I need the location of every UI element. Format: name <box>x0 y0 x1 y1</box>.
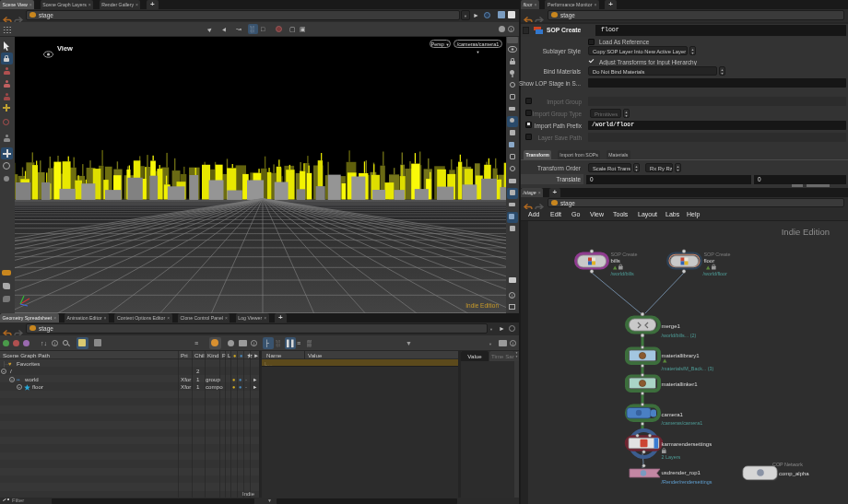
svg-text:/world/floor: /world/floor <box>703 271 728 276</box>
svg-text:bills: bills <box>611 258 620 264</box>
svg-text:merge1: merge1 <box>662 323 681 329</box>
svg-text:SOP Create: SOP Create <box>611 252 638 257</box>
svg-text:materiallinker1: materiallinker1 <box>662 381 699 387</box>
svg-text:floor: floor <box>704 258 715 264</box>
svg-text:/Render/rendersettings: /Render/rendersettings <box>662 479 713 485</box>
svg-text:/cameras/camera1: /cameras/camera1 <box>662 420 703 426</box>
svg-text:SOP Create: SOP Create <box>704 252 731 257</box>
svg-text:usdrender_rop1: usdrender_rop1 <box>662 470 701 475</box>
svg-text:karmarendersettings: karmarendersettings <box>662 441 713 447</box>
svg-text:2 Layers: 2 Layers <box>662 454 681 460</box>
svg-text:Indie Edition: Indie Edition <box>465 302 499 309</box>
svg-text:/world/bills... (2): /world/bills... (2) <box>662 333 697 338</box>
svg-text:materiallibrary1: materiallibrary1 <box>662 353 701 358</box>
svg-text:COP Network: COP Network <box>772 462 803 467</box>
svg-text:Indie Edition: Indie Edition <box>782 227 830 237</box>
svg-text:/materials/M_Back... (3): /materials/M_Back... (3) <box>662 366 714 371</box>
svg-text:comp_alpha: comp_alpha <box>779 471 809 476</box>
svg-text:camera1: camera1 <box>662 412 684 417</box>
svg-text:/world/bills: /world/bills <box>611 271 634 276</box>
